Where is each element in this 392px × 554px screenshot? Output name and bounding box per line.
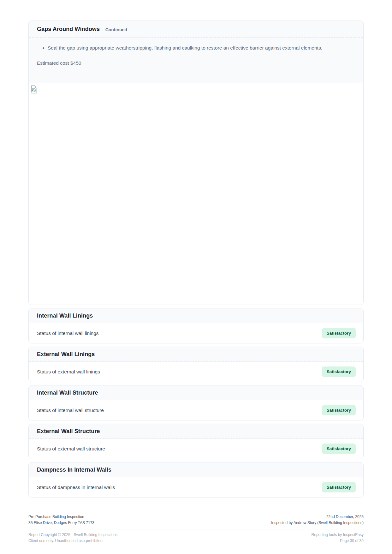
status-badge: Satisfactory — [322, 366, 356, 377]
status-label: Status of internal wall structure — [37, 408, 104, 413]
section-header: Internal Wall Structure — [29, 385, 363, 400]
status-label: Status of external wall linings — [37, 369, 100, 375]
status-badge: Satisfactory — [322, 405, 356, 415]
status-row: Status of external wall linings Satisfac… — [29, 362, 363, 382]
section-title: External Wall Linings — [37, 351, 95, 358]
continued-label: - Continued — [103, 26, 127, 32]
footer-page-number: Page 30 of 39 — [312, 538, 364, 544]
footer-reporting-tools: Reporting tools by InspectEasy — [312, 532, 364, 538]
section-header: Dampness In Internal Walls — [29, 462, 363, 477]
card-recommendations: Seal the gap using appropriate weatherst… — [29, 38, 363, 83]
status-label: Status of dampness in internal walls — [37, 485, 115, 490]
inspection-section-card: Internal Wall Linings Status of internal… — [28, 308, 364, 343]
status-row: Status of external wall structure Satisf… — [29, 439, 363, 459]
estimated-cost: Estimated cost $450 — [37, 60, 354, 66]
status-badge: Satisfactory — [322, 482, 356, 492]
inspection-sections: Internal Wall Linings Status of internal… — [28, 308, 364, 497]
footer-top-row: Pre Purchase Building Inspection 35 Elis… — [28, 514, 364, 526]
status-row: Status of internal wall structure Satisf… — [29, 400, 363, 420]
section-title: Internal Wall Structure — [37, 390, 98, 396]
inspection-section-card: External Wall Linings Status of external… — [28, 347, 364, 382]
status-label: Status of internal wall linings — [37, 331, 99, 336]
inspection-section-card: Internal Wall Structure Status of intern… — [28, 385, 364, 420]
recommendation-item: Seal the gap using appropriate weatherst… — [48, 44, 354, 52]
footer-client-use: Client use only. Unauthorised use prohib… — [28, 538, 119, 544]
card-header: Gaps Around Windows - Continued — [29, 21, 363, 38]
footer-date: 22nd December, 2025 — [271, 514, 364, 520]
section-title: Dampness In Internal Walls — [37, 467, 111, 473]
photo-area — [29, 83, 363, 305]
recommendation-list: Seal the gap using appropriate weatherst… — [37, 44, 354, 52]
status-row: Status of dampness in internal walls Sat… — [29, 477, 363, 497]
section-header: Internal Wall Linings — [29, 308, 363, 323]
status-badge: Satisfactory — [322, 328, 356, 338]
footer-bottom-row: Report Copyright © 2025 - Swell Building… — [28, 532, 364, 544]
report-footer: Pre Purchase Building Inspection 35 Elis… — [28, 514, 364, 544]
section-title: Internal Wall Linings — [37, 313, 93, 319]
section-header: External Wall Linings — [29, 347, 363, 362]
footer-address: 35 Elise Drive, Dodges Ferry TAS 7173 — [28, 520, 94, 526]
footer-divider — [28, 529, 364, 529]
section-header: External Wall Structure — [29, 424, 363, 439]
inspection-section-card: External Wall Structure Status of extern… — [28, 424, 364, 459]
status-label: Status of external wall structure — [37, 446, 105, 452]
card-title: Gaps Around Windows — [37, 26, 100, 33]
inspection-section-card: Dampness In Internal Walls Status of dam… — [28, 462, 364, 497]
broken-image-icon — [31, 85, 38, 94]
section-title: External Wall Structure — [37, 428, 100, 435]
footer-copyright: Report Copyright © 2025 - Swell Building… — [28, 532, 119, 538]
footer-inspector: Inspected by Andrew Story (Swell Buildin… — [271, 520, 364, 526]
status-badge: Satisfactory — [322, 444, 356, 454]
status-row: Status of internal wall linings Satisfac… — [29, 323, 363, 343]
report-page-content: Gaps Around Windows - Continued Seal the… — [28, 0, 364, 544]
footer-report-type: Pre Purchase Building Inspection — [28, 514, 94, 520]
gaps-around-windows-card: Gaps Around Windows - Continued Seal the… — [28, 21, 364, 305]
